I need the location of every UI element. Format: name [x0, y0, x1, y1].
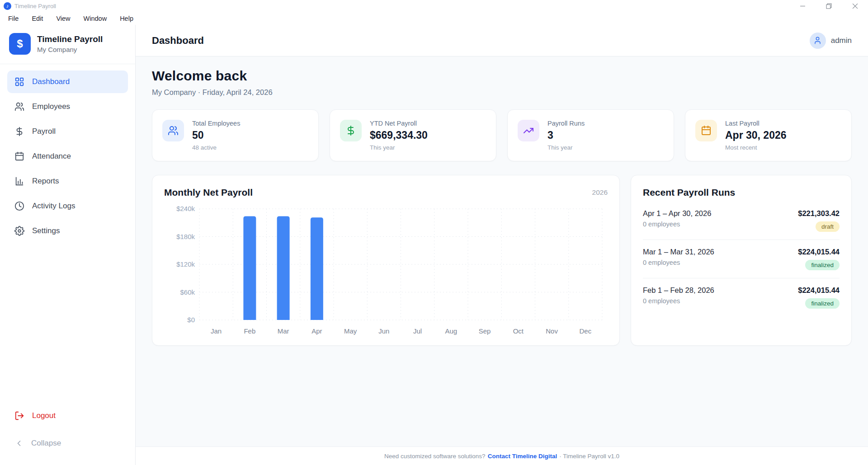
stat-label: Last Payroll	[725, 120, 787, 127]
svg-text:$120k: $120k	[176, 260, 195, 268]
window-title: Timeline Payroll	[14, 3, 56, 9]
gear-icon	[14, 226, 24, 236]
sidebar-item-reports[interactable]: Reports	[7, 170, 128, 193]
user-name: admin	[831, 36, 852, 45]
clock-icon	[14, 201, 24, 211]
run-period: Mar 1 – Mar 31, 2026	[643, 248, 714, 256]
app-icon: ♪	[4, 2, 11, 10]
menu-help[interactable]: Help	[120, 15, 133, 22]
menu-file[interactable]: File	[8, 15, 19, 22]
sidebar-item-label: Employees	[32, 102, 70, 111]
welcome-subtitle: My Company · Friday, April 24, 2026	[152, 88, 852, 97]
footer-text: Need customized software solutions?	[384, 453, 486, 460]
payroll-run-row[interactable]: Feb 1 – Feb 28, 2026 0 employees $224,01…	[643, 278, 840, 316]
calendar-icon	[695, 120, 717, 141]
chart-title: Monthly Net Payroll	[164, 187, 253, 198]
sidebar-item-label: Activity Logs	[32, 202, 75, 211]
sidebar-item-label: Reports	[32, 177, 59, 186]
restore-icon	[826, 3, 832, 9]
logout-button[interactable]: Logout	[7, 405, 128, 426]
menu-edit[interactable]: Edit	[32, 15, 43, 22]
payroll-run-row[interactable]: Mar 1 – Mar 31, 2026 0 employees $224,01…	[643, 240, 840, 278]
sidebar: $ Timeline Payroll My Company Dashboard …	[0, 25, 136, 465]
sidebar-nav: Dashboard Employees Payroll Attendance R…	[0, 64, 135, 401]
stat-cards-row: Total Employees 50 48 active YTD Net Pay…	[152, 109, 852, 161]
sidebar-item-settings[interactable]: Settings	[7, 220, 128, 242]
close-icon	[852, 3, 858, 9]
status-badge: finalized	[805, 298, 840, 309]
stat-card-total-employees: Total Employees 50 48 active	[152, 109, 319, 161]
sidebar-item-attendance[interactable]: Attendance	[7, 145, 128, 168]
stat-label: YTD Net Payroll	[370, 120, 428, 127]
svg-text:Aug: Aug	[445, 327, 458, 335]
svg-text:$0: $0	[187, 316, 195, 324]
trending-up-icon	[518, 120, 539, 141]
svg-text:Feb: Feb	[244, 327, 255, 335]
welcome-title: Welcome back	[152, 68, 852, 84]
svg-text:Sep: Sep	[479, 327, 491, 335]
restore-button[interactable]	[816, 0, 842, 12]
stat-label: Total Employees	[192, 120, 240, 127]
stat-card-ytd-net-payroll: YTD Net Payroll $669,334.30 This year	[330, 109, 496, 161]
svg-text:Apr: Apr	[311, 327, 322, 335]
user-icon	[813, 36, 822, 45]
footer-version: · Timeline Payroll v1.0	[559, 453, 619, 460]
svg-text:Jun: Jun	[378, 327, 389, 335]
svg-text:Dec: Dec	[580, 327, 592, 335]
svg-text:Oct: Oct	[513, 327, 524, 335]
stat-card-last-payroll: Last Payroll Apr 30, 2026 Most recent	[685, 109, 852, 161]
status-badge: finalized	[805, 260, 840, 270]
menu-window[interactable]: Window	[84, 15, 107, 22]
svg-text:Nov: Nov	[546, 327, 558, 335]
minimize-button[interactable]	[789, 0, 816, 12]
stat-value: 50	[192, 129, 240, 141]
stat-sublabel: This year	[547, 144, 585, 151]
user-menu[interactable]: admin	[810, 33, 852, 49]
bar-chart-icon	[14, 176, 24, 186]
page-title: Dashboard	[152, 35, 204, 47]
collapse-label: Collapse	[31, 439, 61, 448]
run-period: Apr 1 – Apr 30, 2026	[643, 209, 711, 218]
sidebar-item-label: Settings	[32, 226, 60, 235]
collapse-button[interactable]: Collapse	[7, 433, 128, 453]
stat-value: 3	[547, 129, 585, 141]
close-button[interactable]	[842, 0, 868, 12]
svg-text:$180k: $180k	[176, 233, 195, 240]
stat-sublabel: Most recent	[725, 144, 787, 151]
svg-text:Jan: Jan	[211, 327, 222, 335]
page-header: Dashboard admin	[136, 25, 868, 56]
monthly-net-payroll-chart-card: Monthly Net Payroll 2026 $0$60k$120k$180…	[152, 175, 620, 346]
chart-year-label: 2026	[592, 188, 608, 197]
recent-runs-title: Recent Payroll Runs	[643, 187, 840, 198]
contact-link[interactable]: Contact Timeline Digital	[488, 453, 557, 460]
brand: $ Timeline Payroll My Company	[0, 25, 135, 64]
stat-sublabel: 48 active	[192, 144, 240, 151]
run-employees: 0 employees	[643, 297, 714, 305]
menu-view[interactable]: View	[56, 15, 70, 22]
sidebar-item-activity-logs[interactable]: Activity Logs	[7, 195, 128, 217]
logout-label: Logout	[32, 411, 56, 420]
sidebar-item-dashboard[interactable]: Dashboard	[7, 70, 128, 93]
run-employees: 0 employees	[643, 259, 714, 266]
stat-card-payroll-runs: Payroll Runs 3 This year	[507, 109, 674, 161]
sidebar-item-payroll[interactable]: Payroll	[7, 120, 128, 143]
sidebar-item-label: Attendance	[32, 152, 71, 161]
avatar	[810, 33, 826, 49]
dollar-icon	[14, 127, 24, 136]
run-amount: $224,015.44	[798, 286, 840, 295]
monthly-net-payroll-bar-chart: $0$60k$120k$180k$240kJanFebMarAprMayJunJ…	[164, 203, 609, 337]
svg-text:May: May	[344, 327, 357, 335]
brand-company: My Company	[37, 46, 103, 53]
sidebar-item-label: Payroll	[32, 127, 56, 136]
svg-text:Mar: Mar	[278, 327, 289, 335]
sidebar-item-employees[interactable]: Employees	[7, 95, 128, 118]
stat-sublabel: This year	[370, 144, 428, 151]
sidebar-item-label: Dashboard	[32, 77, 70, 86]
payroll-run-row[interactable]: Apr 1 – Apr 30, 2026 0 employees $221,30…	[643, 202, 840, 240]
svg-text:$240k: $240k	[176, 205, 195, 212]
run-employees: 0 employees	[643, 221, 711, 228]
run-period: Feb 1 – Feb 28, 2026	[643, 286, 714, 295]
dashboard-main: Welcome back My Company · Friday, April …	[136, 56, 868, 446]
stat-value: $669,334.30	[370, 129, 428, 141]
calendar-icon	[14, 151, 24, 161]
